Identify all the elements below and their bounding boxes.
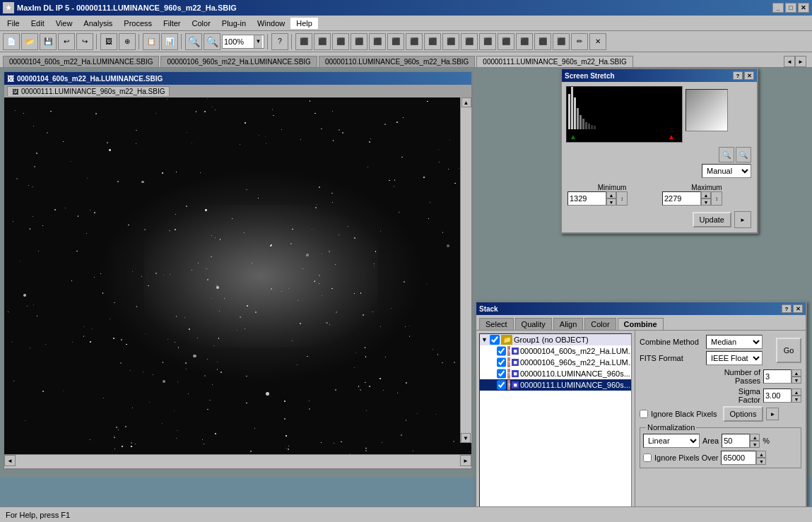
scroll-right-arrow[interactable]: ► bbox=[460, 455, 471, 466]
maximize-button[interactable]: □ bbox=[785, 3, 796, 13]
toolbar-misc12[interactable]: ⬛ bbox=[498, 33, 514, 50]
toolbar-open[interactable]: 📂 bbox=[21, 33, 38, 50]
tree-group-checkbox[interactable] bbox=[490, 335, 500, 345]
tree-file4-checkbox[interactable] bbox=[497, 380, 506, 390]
area-down[interactable]: ▼ bbox=[750, 441, 760, 448]
toolbar-zoom-in[interactable]: 🔍 bbox=[204, 33, 220, 50]
stretch-help-button[interactable]: ? bbox=[733, 71, 743, 80]
tab-select[interactable]: Select bbox=[479, 318, 514, 330]
tab-combine[interactable]: Combine bbox=[618, 318, 664, 330]
menu-help[interactable]: Help bbox=[290, 18, 318, 29]
toolbar-zoom-out[interactable]: 🔍 bbox=[185, 33, 202, 50]
maximum-input[interactable] bbox=[662, 191, 701, 206]
options-arrow[interactable]: ► bbox=[766, 408, 779, 420]
update-button[interactable]: Update bbox=[693, 212, 731, 227]
toolbar-misc11[interactable]: ⬛ bbox=[479, 33, 496, 50]
sigma-down[interactable]: ▼ bbox=[792, 396, 801, 403]
minimum-up[interactable]: ▲ bbox=[606, 191, 616, 198]
stretch-close-button[interactable]: ✕ bbox=[744, 71, 754, 80]
scroll-down-arrow[interactable]: ▼ bbox=[461, 433, 471, 443]
scroll-up-arrow[interactable]: ▲ bbox=[461, 97, 471, 107]
combine-method-select[interactable]: Mean Median Sum bbox=[706, 335, 763, 349]
toolbar-image[interactable]: 🖼 bbox=[100, 33, 117, 50]
options-button[interactable]: Options bbox=[723, 406, 764, 422]
toolbar-undo[interactable]: ↩ bbox=[58, 33, 75, 50]
image-scrollbar-v[interactable]: ▲ ▼ bbox=[460, 97, 471, 443]
minimum-extra[interactable]: ↕ bbox=[616, 191, 628, 206]
toolbar-misc1[interactable]: ⬛ bbox=[295, 33, 312, 50]
toolbar-misc9[interactable]: ⬛ bbox=[442, 33, 459, 50]
toolbar-misc4[interactable]: ⬛ bbox=[351, 33, 367, 50]
zoom-dropdown[interactable]: ▼ bbox=[254, 35, 262, 48]
tree-file1-checkbox[interactable] bbox=[497, 346, 506, 356]
tab-quality[interactable]: Quality bbox=[515, 318, 552, 330]
tab-scroll-right[interactable]: ► bbox=[795, 56, 806, 67]
update-arrow[interactable]: ► bbox=[734, 211, 751, 228]
passes-input[interactable] bbox=[763, 369, 792, 384]
stack-close-icon[interactable]: ✕ bbox=[793, 304, 803, 313]
passes-up[interactable]: ▲ bbox=[792, 369, 801, 376]
minimum-down[interactable]: ▼ bbox=[606, 198, 616, 206]
toolbar-save[interactable]: 💾 bbox=[40, 33, 57, 50]
tab-scroll-left[interactable]: ◄ bbox=[784, 56, 795, 67]
sigma-up[interactable]: ▲ bbox=[792, 388, 801, 396]
stretch-mode-select[interactable]: Auto Manual bbox=[702, 164, 751, 178]
stretch-zoom-out[interactable]: 🔍 bbox=[736, 147, 751, 162]
ignore-black-checkbox[interactable] bbox=[640, 410, 648, 418]
sigma-input[interactable] bbox=[763, 388, 792, 403]
toolbar-misc17[interactable]: ✕ bbox=[589, 33, 606, 50]
menu-edit[interactable]: Edit bbox=[25, 18, 50, 29]
tab-file1[interactable]: 00000104_600s_m22_Ha.LUMINANCE.SBIG bbox=[3, 56, 159, 67]
area-up[interactable]: ▲ bbox=[750, 434, 760, 441]
toolbar-btn4[interactable]: 📊 bbox=[161, 33, 178, 50]
stretch-zoom-in[interactable]: 🔍 bbox=[719, 147, 734, 162]
tab-color[interactable]: Color bbox=[584, 318, 616, 330]
ignore-pixels-up[interactable]: ▲ bbox=[756, 451, 766, 458]
passes-down[interactable]: ▼ bbox=[792, 376, 801, 384]
toolbar-btn3[interactable]: 📋 bbox=[143, 33, 160, 50]
tree-file3-checkbox[interactable] bbox=[497, 369, 506, 379]
menu-window[interactable]: Window bbox=[252, 18, 290, 29]
maximum-up[interactable]: ▲ bbox=[701, 191, 711, 198]
stack-help-button[interactable]: ? bbox=[782, 304, 792, 313]
area-input[interactable] bbox=[722, 434, 750, 448]
tree-file2-checkbox[interactable] bbox=[497, 357, 506, 367]
ignore-pixels-input[interactable] bbox=[721, 451, 756, 465]
tab-file4[interactable]: 00000111.LUMINANCE_960s_m22_Ha.SBIG bbox=[476, 56, 632, 67]
toolbar-help[interactable]: ? bbox=[271, 33, 288, 50]
menu-color[interactable]: Color bbox=[187, 18, 216, 29]
normalization-select[interactable]: None Linear Logarithmic bbox=[643, 434, 700, 448]
toolbar-misc13[interactable]: ⬛ bbox=[516, 33, 533, 50]
tree-file-4[interactable]: ? ■ 00000111.LUMINANCE_960s... bbox=[480, 379, 631, 391]
toolbar-misc5[interactable]: ⬛ bbox=[369, 33, 386, 50]
toolbar-misc10[interactable]: ⬛ bbox=[461, 33, 478, 50]
toolbar-new[interactable]: 📄 bbox=[3, 33, 20, 50]
toolbar-misc14[interactable]: ⬛ bbox=[534, 33, 551, 50]
menu-view[interactable]: View bbox=[50, 18, 78, 29]
toolbar-misc15[interactable]: ⬛ bbox=[553, 33, 570, 50]
maximum-extra[interactable]: ↕ bbox=[711, 191, 722, 206]
menu-filter[interactable]: Filter bbox=[158, 18, 186, 29]
minimum-input[interactable] bbox=[567, 191, 606, 206]
menu-process[interactable]: Process bbox=[118, 18, 158, 29]
toolbar-misc16[interactable]: ✏ bbox=[571, 33, 588, 50]
tab-align[interactable]: Align bbox=[553, 318, 583, 330]
ignore-pixels-down[interactable]: ▼ bbox=[756, 458, 766, 465]
toolbar-misc8[interactable]: ⬛ bbox=[424, 33, 441, 50]
toolbar-misc7[interactable]: ⬛ bbox=[406, 33, 423, 50]
toolbar-redo[interactable]: ↪ bbox=[76, 33, 93, 50]
ignore-pixels-checkbox[interactable] bbox=[643, 453, 652, 462]
menu-file[interactable]: File bbox=[1, 18, 25, 29]
close-button[interactable]: ✕ bbox=[798, 3, 809, 13]
fits-format-select[interactable]: IEEE Float 16-bit Integer bbox=[706, 351, 763, 365]
inner-tab[interactable]: 🖼 00000111.LUMINANCE_960s_m22_Ha.SBIG bbox=[7, 86, 170, 96]
tab-file3[interactable]: 00000110.LUMINANCE_960s_m22_Ha.SBIG bbox=[319, 56, 475, 67]
go-button[interactable]: Go bbox=[776, 338, 801, 363]
menu-plugin[interactable]: Plug-in bbox=[216, 18, 252, 29]
toolbar-misc3[interactable]: ⬛ bbox=[332, 33, 349, 50]
image-scrollbar-h[interactable]: ◄ ► bbox=[4, 454, 471, 465]
scroll-left-arrow[interactable]: ◄ bbox=[4, 455, 16, 466]
tree-file-2[interactable]: ? ■ 00000106_960s_m22_Ha.LUM... bbox=[480, 357, 631, 368]
maximum-down[interactable]: ▼ bbox=[701, 198, 711, 206]
tree-file-3[interactable]: ? ■ 00000110.LUMINANCE_960s... bbox=[480, 368, 631, 379]
